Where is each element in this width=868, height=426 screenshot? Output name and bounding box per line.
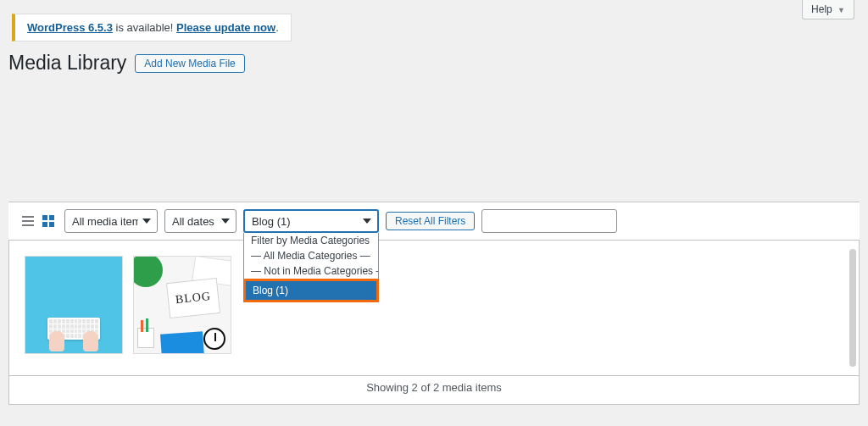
page-header: Media Library Add New Media File [8, 52, 860, 75]
help-tab[interactable]: Help ▼ [802, 0, 854, 19]
hand-illustration [49, 331, 64, 351]
option-not-in-categories[interactable]: — Not in Media Categories — [244, 263, 378, 279]
hand-illustration [83, 331, 98, 351]
update-now-link[interactable]: Please update now [176, 21, 275, 34]
media-thumbnail[interactable] [25, 256, 123, 354]
grid-view-icon[interactable] [39, 212, 58, 230]
svg-rect-4 [49, 215, 54, 220]
media-grid: BLOG [8, 241, 860, 376]
date-filter[interactable]: All dates [164, 209, 236, 233]
add-new-media-button[interactable]: Add New Media File [135, 54, 244, 73]
svg-rect-3 [42, 215, 47, 220]
caret-down-icon: ▼ [837, 6, 845, 14]
nag-text-1: is available! [113, 21, 176, 34]
option-blog[interactable]: Blog (1) [243, 279, 379, 302]
list-view-icon[interactable] [19, 212, 37, 230]
update-nag: WordPress 6.5.3 is available! Please upd… [12, 14, 292, 41]
svg-rect-1 [22, 220, 34, 222]
category-filter[interactable]: Blog (1) [243, 209, 379, 233]
help-label: Help [811, 3, 832, 15]
media-thumbnail[interactable]: BLOG [133, 256, 231, 354]
option-all-categories[interactable]: — All Media Categories — [244, 248, 378, 263]
svg-rect-0 [22, 216, 34, 218]
desk-illustration: BLOG [134, 257, 231, 353]
wp-version-link[interactable]: WordPress 6.5.3 [27, 21, 113, 34]
media-type-filter[interactable]: All media items [64, 209, 158, 233]
reset-filters-button[interactable]: Reset All Filters [386, 212, 475, 230]
category-filter-wrap: Blog (1) Filter by Media Categories — Al… [243, 209, 379, 233]
status-text: Showing 2 of 2 media items [8, 376, 860, 405]
notebook-text: BLOG [166, 278, 220, 318]
search-input[interactable] [481, 209, 617, 233]
media-toolbar: All media items All dates Blog (1) Filte… [8, 202, 860, 241]
view-switch [19, 212, 58, 230]
svg-rect-5 [42, 222, 47, 227]
page-title: Media Library [8, 52, 126, 75]
dropdown-header: Filter by Media Categories [244, 233, 378, 248]
category-dropdown: Filter by Media Categories — All Media C… [243, 233, 379, 302]
scrollbar[interactable] [849, 249, 856, 367]
svg-rect-6 [49, 222, 54, 227]
svg-rect-2 [22, 224, 34, 226]
nag-period: . [275, 21, 279, 34]
